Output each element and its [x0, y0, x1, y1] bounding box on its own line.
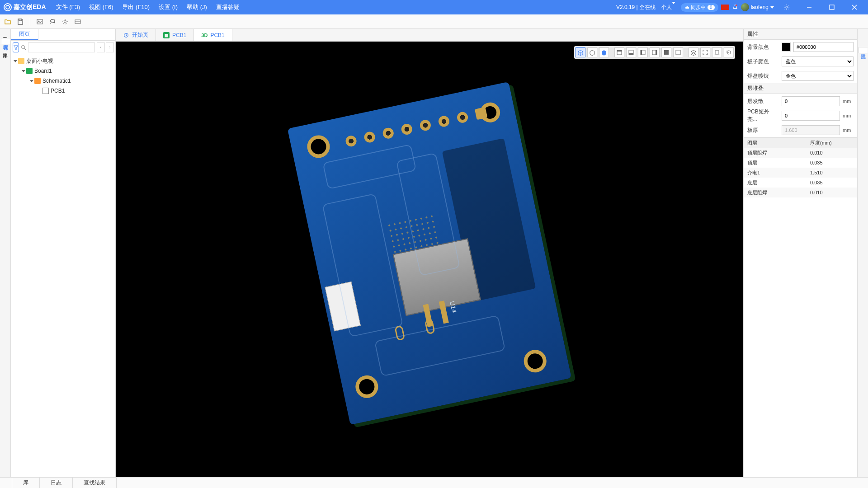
tree-label: Board1	[34, 68, 52, 74]
left-rail: 所有工程 工程设计 常用库	[0, 29, 11, 477]
prop-bg-color: 背景颜色	[744, 40, 857, 54]
settings-gear-button[interactable]	[777, 0, 797, 14]
pcb-icon: ▦	[163, 32, 170, 38]
tree-schematic[interactable]: Schematic1	[11, 76, 115, 86]
layer-row[interactable]: 底层阻焊0.010	[744, 188, 857, 197]
account-type[interactable]: 个人	[661, 4, 675, 11]
view-back[interactable]	[673, 47, 683, 57]
menu-help[interactable]: 帮助 (J)	[182, 0, 212, 14]
svg-rect-13	[641, 50, 642, 55]
tree-pcb[interactable]: PCB1	[11, 86, 115, 96]
panel-button[interactable]	[72, 16, 84, 28]
tree-project[interactable]: 桌面小电视	[11, 56, 115, 66]
search-button[interactable]	[21, 42, 26, 52]
view-bottom[interactable]	[626, 47, 636, 57]
tab-label: 开始页	[132, 31, 148, 39]
bg-color-swatch[interactable]	[782, 42, 791, 52]
project-tree: 桌面小电视 Board1 Schematic1 PCB1	[11, 54, 115, 477]
3d-icon: 3D	[201, 33, 208, 38]
tree-next[interactable]: ›	[106, 42, 114, 52]
bg-color-input[interactable]	[793, 42, 854, 52]
tab-3d[interactable]: 3D PCB1	[194, 29, 232, 41]
bottom-bar: 库 日志 查找结果	[0, 477, 868, 488]
emissive-input[interactable]	[782, 96, 840, 106]
layer-row[interactable]: 顶层0.035	[744, 158, 857, 168]
board-color-select[interactable]: 蓝色	[782, 56, 854, 66]
bottom-tab-log[interactable]: 日志	[40, 478, 73, 488]
view-fullscreen[interactable]	[700, 47, 710, 57]
menu-file[interactable]: 文件 (F3)	[52, 0, 85, 14]
file-tabs: 开始页 ▦ PCB1 3D PCB1	[116, 29, 743, 42]
prop-thickness: 板厚 mm	[744, 123, 857, 137]
search-icon	[21, 45, 26, 50]
menu-settings[interactable]: 设置 (I)	[154, 0, 182, 14]
menu-live[interactable]: 直播答疑	[212, 0, 244, 14]
open-button[interactable]	[2, 16, 14, 28]
panel-tab-pages[interactable]: 图页	[11, 29, 38, 40]
cube-icon	[577, 49, 584, 56]
rail-all-projects[interactable]: 所有工程	[1, 31, 9, 36]
sync-status[interactable]: 同步中0	[681, 3, 718, 12]
bell-icon[interactable]	[732, 4, 738, 10]
window-minimize[interactable]	[799, 0, 819, 14]
tab-pcb[interactable]: ▦ PCB1	[156, 29, 194, 41]
filter-button[interactable]	[13, 42, 19, 52]
menu-export[interactable]: 导出 (F10)	[118, 0, 154, 14]
tree-search-row: ‹ ›	[11, 41, 115, 54]
prop-emissive: 层发散 mm	[744, 94, 857, 108]
layer-row[interactable]: 底层0.035	[744, 178, 857, 188]
config-button[interactable]	[59, 16, 71, 28]
cloud-icon	[4, 3, 12, 11]
gear-icon	[783, 4, 790, 10]
rail-common-lib[interactable]: 常用库	[1, 46, 9, 52]
expand-icon	[14, 60, 17, 62]
fit-icon	[714, 49, 720, 56]
properties-header: 属性	[744, 29, 857, 40]
view-left[interactable]	[638, 47, 648, 57]
refresh-button[interactable]	[47, 16, 58, 28]
filter-icon	[13, 45, 19, 50]
view-layers[interactable]	[689, 47, 698, 57]
rail-project-design[interactable]: 工程设计	[1, 38, 10, 44]
pcbshort-input[interactable]	[782, 111, 840, 121]
right-rail: 属性	[857, 29, 868, 477]
rail-properties[interactable]: 属性	[859, 47, 868, 53]
layer-table-header: 图层 厚度(mm)	[744, 138, 857, 148]
save-button[interactable]	[14, 16, 26, 28]
window-maximize[interactable]	[822, 0, 842, 14]
layer-row[interactable]: 顶层阻焊0.010	[744, 148, 857, 158]
svg-rect-6	[75, 20, 80, 23]
user-menu[interactable]: laofeng	[741, 3, 774, 11]
panel-tabs: 图页	[11, 29, 115, 41]
view-front[interactable]	[661, 47, 671, 57]
view-reset[interactable]	[724, 47, 734, 57]
flag-icon[interactable]	[721, 5, 729, 10]
3d-viewport[interactable]: U14	[116, 42, 743, 477]
bottom-tab-library[interactable]: 库	[12, 478, 40, 488]
tree-search-input[interactable]	[28, 42, 95, 52]
left-panel: 图页 ‹ › 桌面小电视 Board1	[11, 29, 116, 477]
tab-home[interactable]: 开始页	[116, 29, 156, 41]
tab-label: PCB1	[172, 32, 186, 38]
tree-prev[interactable]: ‹	[97, 42, 105, 52]
tree-board[interactable]: Board1	[11, 66, 115, 76]
view-right[interactable]	[650, 47, 660, 57]
stack-header: 层堆叠	[744, 83, 857, 94]
window-close[interactable]	[844, 0, 864, 14]
pad-spray-select[interactable]: 金色	[782, 71, 854, 81]
view-perspective[interactable]	[576, 47, 585, 57]
view-wireframe[interactable]	[587, 47, 597, 57]
tree-nav: ‹ ›	[97, 42, 114, 52]
face-left-icon	[640, 49, 646, 56]
image-button[interactable]	[34, 16, 46, 28]
layer-table: 图层 厚度(mm) 顶层阻焊0.010 顶层0.035 介电11.510 底层0…	[744, 137, 857, 197]
panel-icon	[74, 18, 81, 25]
layer-row[interactable]: 介电11.510	[744, 168, 857, 178]
view-fit[interactable]	[712, 47, 722, 57]
menu-view[interactable]: 视图 (F6)	[85, 0, 118, 14]
svg-point-5	[64, 20, 66, 23]
bottom-tab-search-results[interactable]: 查找结果	[73, 478, 117, 488]
menubar-right: V2.0.19 | 全在线 个人 同步中0 laofeng	[616, 0, 864, 14]
view-top[interactable]	[614, 47, 624, 57]
view-solid[interactable]	[599, 47, 609, 57]
